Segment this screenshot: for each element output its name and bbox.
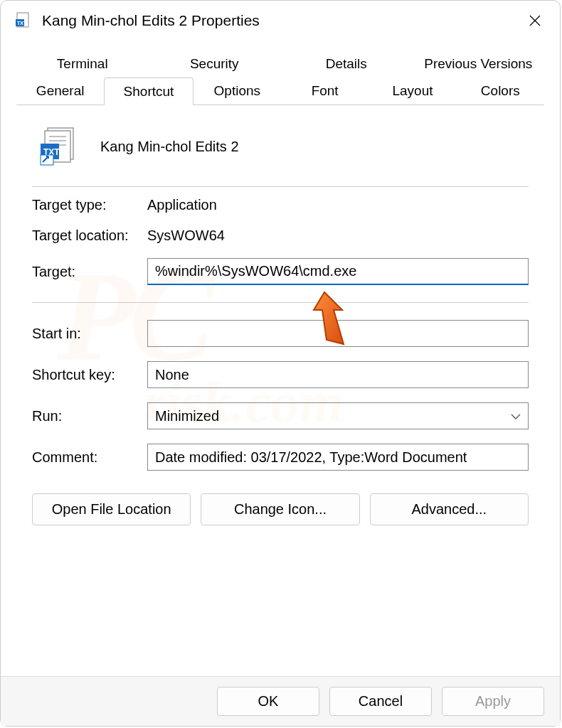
titlebar: TXT Kang Min-chol Edits 2 Properties bbox=[1, 1, 560, 38]
divider bbox=[32, 186, 529, 187]
target-row: Target: bbox=[32, 251, 529, 292]
tab-options[interactable]: Options bbox=[193, 77, 281, 105]
comment-label: Comment: bbox=[32, 449, 147, 466]
target-location-value: SysWOW64 bbox=[147, 228, 225, 244]
change-icon-button[interactable]: Change Icon... bbox=[201, 493, 359, 525]
tab-colors[interactable]: Colors bbox=[457, 77, 544, 105]
shortcut-name: Kang Min-chol Edits 2 bbox=[100, 139, 239, 155]
tab-security[interactable]: Security bbox=[149, 50, 281, 77]
shortcut-tab-content: PC risk.com TXT Kang M bbox=[16, 105, 544, 540]
run-select[interactable]: Minimized bbox=[147, 402, 529, 429]
open-file-location-button[interactable]: Open File Location bbox=[32, 493, 191, 525]
tab-general[interactable]: General bbox=[16, 77, 104, 105]
tabs-container: Terminal Security Details Previous Versi… bbox=[1, 38, 560, 540]
advanced-button[interactable]: Advanced... bbox=[370, 493, 529, 525]
target-location-row: Target location: SysWOW64 bbox=[32, 220, 529, 251]
tabs-row-2: General Shortcut Options Font Layout Col… bbox=[16, 77, 544, 105]
cancel-button[interactable]: Cancel bbox=[329, 687, 432, 716]
target-type-label: Target type: bbox=[32, 197, 147, 213]
shortcutkey-input[interactable] bbox=[147, 361, 529, 388]
comment-row: Comment: bbox=[32, 437, 529, 478]
run-value: Minimized bbox=[155, 408, 219, 424]
tabs-row-1: Terminal Security Details Previous Versi… bbox=[16, 50, 544, 77]
window-icon: TXT bbox=[15, 12, 32, 29]
shortcut-button-row: Open File Location Change Icon... Advanc… bbox=[32, 478, 529, 525]
run-label: Run: bbox=[32, 408, 147, 424]
target-location-label: Target location: bbox=[32, 228, 147, 244]
shortcutkey-label: Shortcut key: bbox=[32, 367, 147, 383]
shortcut-icon: TXT bbox=[39, 127, 79, 166]
run-row: Run: Minimized bbox=[32, 395, 529, 437]
shortcutkey-row: Shortcut key: bbox=[32, 354, 529, 395]
chevron-down-icon bbox=[511, 410, 521, 422]
target-type-row: Target type: Application bbox=[32, 190, 529, 220]
tab-terminal[interactable]: Terminal bbox=[16, 50, 149, 77]
divider bbox=[32, 302, 529, 303]
apply-button[interactable]: Apply bbox=[442, 687, 544, 716]
target-type-value: Application bbox=[147, 197, 217, 213]
window-title: Kang Min-chol Edits 2 Properties bbox=[42, 12, 524, 29]
tab-details[interactable]: Details bbox=[280, 50, 413, 77]
target-label: Target: bbox=[32, 264, 147, 280]
tab-shortcut[interactable]: Shortcut bbox=[104, 77, 193, 105]
startin-row: Start in: bbox=[32, 313, 529, 354]
close-button[interactable] bbox=[524, 10, 546, 31]
target-input[interactable] bbox=[147, 258, 529, 285]
tab-previous-versions[interactable]: Previous Versions bbox=[413, 50, 545, 77]
shortcut-header: TXT Kang Min-chol Edits 2 bbox=[32, 127, 529, 183]
properties-window: TXT Kang Min-chol Edits 2 Properties Ter… bbox=[0, 0, 561, 727]
tab-font[interactable]: Font bbox=[281, 77, 369, 105]
startin-input[interactable] bbox=[147, 320, 529, 347]
ok-button[interactable]: OK bbox=[217, 687, 319, 716]
tab-layout[interactable]: Layout bbox=[369, 77, 456, 105]
comment-input[interactable] bbox=[147, 444, 529, 471]
svg-text:TXT: TXT bbox=[17, 21, 27, 26]
startin-label: Start in: bbox=[32, 326, 147, 342]
bottom-bar: OK Cancel Apply bbox=[1, 676, 560, 726]
